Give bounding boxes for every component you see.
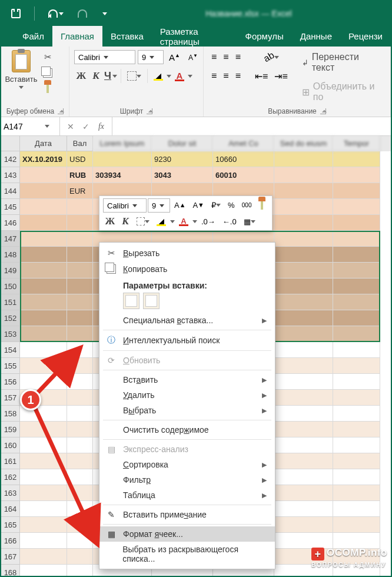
align-right-button[interactable]: ≡	[232, 69, 244, 83]
cell[interactable]: 3043	[152, 167, 213, 183]
cell[interactable]: RUB	[67, 167, 93, 183]
align-top-button[interactable]: ≡	[208, 50, 220, 64]
ctx-sort[interactable]: Сортировка▶	[99, 457, 275, 472]
row-header[interactable]: 159	[1, 422, 20, 437]
row-header[interactable]: 144	[1, 183, 20, 199]
tab-file[interactable]: Файл	[14, 26, 52, 47]
formula-input[interactable]	[112, 117, 391, 135]
row-header[interactable]: 163	[1, 485, 20, 501]
cell[interactable]	[333, 278, 380, 294]
row-header[interactable]: 153	[1, 326, 20, 342]
row-header[interactable]: 150	[1, 278, 20, 294]
cell[interactable]	[274, 199, 333, 215]
cell[interactable]	[274, 485, 333, 501]
dialog-launcher-icon[interactable]	[147, 108, 152, 114]
italic-button[interactable]: К	[89, 69, 103, 83]
cell[interactable]	[333, 533, 380, 549]
cell[interactable]	[274, 342, 333, 358]
column-header[interactable]: Sed do eiusm	[274, 136, 333, 151]
cell[interactable]	[333, 485, 380, 501]
fx-button[interactable]: fx	[94, 120, 108, 134]
row-header[interactable]: 160	[1, 437, 20, 453]
cell[interactable]	[333, 501, 380, 517]
cell[interactable]	[333, 199, 380, 215]
cell[interactable]	[274, 183, 333, 199]
cell[interactable]	[333, 469, 380, 485]
cell[interactable]	[20, 485, 67, 501]
cell[interactable]	[67, 469, 93, 485]
cell[interactable]	[274, 310, 333, 326]
font-color-button[interactable]: A	[172, 69, 187, 83]
paste-option-values[interactable]	[143, 293, 160, 309]
cell[interactable]	[67, 294, 93, 310]
cell[interactable]	[67, 422, 93, 437]
cell[interactable]	[333, 215, 380, 231]
ctx-insert[interactable]: Вставить▶	[99, 372, 275, 387]
cell[interactable]	[67, 247, 93, 263]
row-header[interactable]: 166	[1, 533, 20, 549]
row-header[interactable]: 151	[1, 294, 20, 310]
cell[interactable]	[20, 549, 67, 565]
cell[interactable]	[333, 310, 380, 326]
cell[interactable]	[333, 231, 380, 247]
decrease-font-button[interactable]: A▼	[185, 51, 201, 64]
mini-font-color[interactable]: A	[176, 215, 191, 228]
bold-button[interactable]: Ж	[74, 69, 88, 83]
cell[interactable]	[67, 358, 93, 374]
cell[interactable]	[274, 501, 333, 517]
chevron-down-icon[interactable]	[167, 75, 171, 78]
row-header[interactable]: 142	[1, 151, 20, 167]
cell[interactable]	[333, 263, 380, 278]
cell[interactable]	[274, 517, 333, 533]
tab-layout[interactable]: Разметка страницы	[152, 26, 237, 47]
cell[interactable]	[274, 215, 333, 231]
column-header[interactable]: Dolor sit	[152, 136, 213, 151]
tab-insert[interactable]: Вставка	[102, 26, 152, 47]
cell[interactable]	[274, 533, 333, 549]
mini-inc-font[interactable]: A▲	[171, 198, 188, 211]
mini-dec-decimal[interactable]: ←.0	[220, 215, 240, 228]
mini-accounting-format[interactable]: ₽	[208, 198, 224, 211]
cell[interactable]	[67, 310, 93, 326]
select-all-corner[interactable]	[1, 136, 20, 151]
mini-font-name[interactable]: Calibri	[103, 198, 147, 213]
cell[interactable]	[333, 453, 380, 469]
cell[interactable]	[67, 453, 93, 469]
cell[interactable]	[67, 517, 93, 533]
cell[interactable]	[67, 326, 93, 342]
paste-option-default[interactable]	[123, 293, 139, 309]
row-header[interactable]: 146	[1, 215, 20, 231]
cell[interactable]	[274, 453, 333, 469]
row-header[interactable]: 145	[1, 199, 20, 215]
cut-button[interactable]: ✂	[41, 50, 55, 64]
cell[interactable]	[67, 485, 93, 501]
enter-formula-button[interactable]: ✓	[79, 120, 93, 134]
cell[interactable]	[67, 533, 93, 549]
fill-color-button[interactable]: ◢	[151, 69, 166, 83]
cell[interactable]	[274, 406, 333, 422]
ctx-delete[interactable]: Удалить▶	[99, 387, 275, 403]
row-header[interactable]: 168	[1, 565, 20, 577]
cell[interactable]	[67, 549, 93, 565]
row-header[interactable]: 143	[1, 167, 20, 183]
cell[interactable]	[20, 358, 67, 374]
row-header[interactable]: 154	[1, 342, 20, 358]
column-header[interactable]: Вал	[67, 136, 93, 151]
cell[interactable]	[20, 342, 67, 358]
cell[interactable]	[274, 167, 333, 183]
ctx-format-cells[interactable]: ▦Формат ячеек...	[99, 526, 275, 542]
dialog-launcher-icon[interactable]	[58, 108, 64, 114]
row-header[interactable]: 149	[1, 263, 20, 278]
cell[interactable]	[333, 517, 380, 533]
cell[interactable]	[20, 453, 67, 469]
increase-font-button[interactable]: A▲	[166, 51, 183, 64]
ctx-paste-special[interactable]: Специальная вставка...▶	[99, 313, 275, 328]
mini-italic[interactable]: К	[118, 215, 132, 228]
cell[interactable]	[333, 151, 380, 167]
cell[interactable]	[20, 310, 67, 326]
row-header[interactable]: 161	[1, 453, 20, 469]
cell[interactable]	[67, 565, 93, 577]
cell[interactable]	[274, 231, 333, 247]
orientation-button[interactable]: ab	[261, 50, 282, 64]
ctx-copy[interactable]: Копировать	[99, 261, 275, 277]
